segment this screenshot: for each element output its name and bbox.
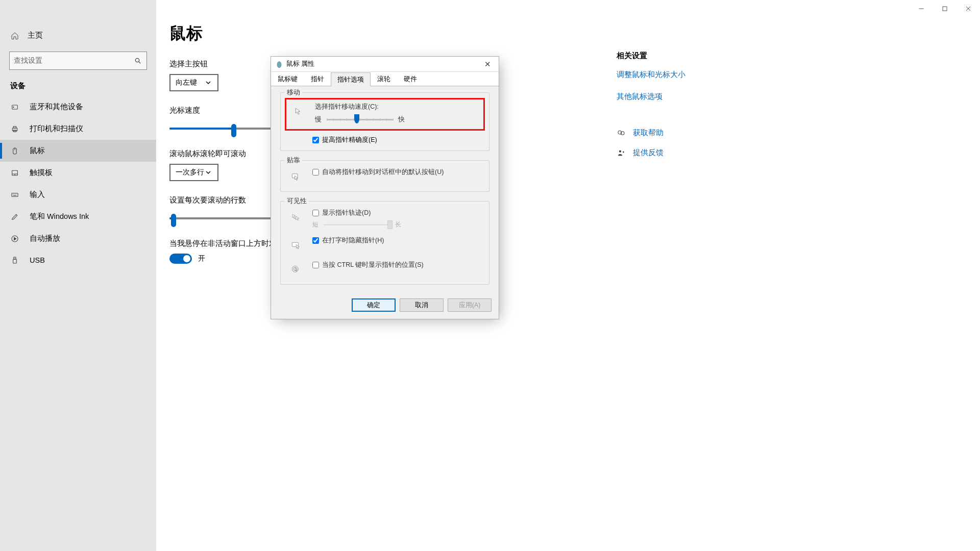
pointer-trails-long: 长 [395, 220, 401, 229]
sidebar-item-label: 笔和 Windows Ink [30, 212, 89, 221]
bluetooth-icon [10, 103, 19, 112]
svg-rect-5 [13, 126, 16, 128]
group-visibility: 可见性 显示指针轨迹(D) 短 长 [280, 201, 489, 285]
dialog-tab-3[interactable]: 滚轮 [371, 72, 397, 86]
group-snap-to: 贴靠 自动将指针移动到对话框中的默认按钮(U) [280, 160, 489, 192]
highlight-pointer-speed: 选择指针移动速度(C): 慢 快 [285, 98, 485, 131]
feedback-icon [617, 148, 626, 158]
page-title: 鼠标 [169, 22, 980, 45]
pointer-trails-checkbox[interactable]: 显示指针轨迹(D) [312, 209, 483, 217]
mouse-dialog-icon [275, 60, 283, 68]
dialog-titlebar[interactable]: 鼠标 属性 ✕ [271, 57, 499, 72]
cursor-speed-slider[interactable] [169, 120, 274, 137]
pointer-speed-slider[interactable]: 慢 快 [315, 115, 478, 124]
sidebar-item-label: 鼠标 [30, 146, 45, 156]
ctrl-locate-checkbox[interactable]: 当按 CTRL 键时显示指针的位置(S) [312, 261, 483, 269]
sidebar-item-touchpad[interactable]: 触摸板 [0, 162, 156, 184]
hover-scroll-toggle[interactable] [169, 254, 192, 264]
dialog-tab-2[interactable]: 指针选项 [331, 72, 371, 86]
sidebar-item-usb[interactable]: USB [0, 249, 156, 271]
group-motion-legend: 移动 [285, 88, 302, 97]
pointer-speed-icon [289, 103, 307, 120]
nav-group-header: 设备 [0, 70, 156, 96]
dialog-cancel-button[interactable]: 取消 [400, 298, 444, 312]
related-settings-rail: 相关设置 调整鼠标和光标大小 其他鼠标选项 获取帮助 提供反馈 [617, 51, 749, 168]
give-feedback-label: 提供反馈 [633, 148, 664, 158]
pointer-speed-label: 选择指针移动速度(C): [315, 103, 478, 111]
svg-rect-12 [13, 259, 17, 263]
pointer-trails-slider: 短 长 [312, 220, 483, 229]
dialog-ok-button[interactable]: 确定 [352, 298, 396, 312]
pointer-trails-icon [287, 209, 304, 226]
svg-point-16 [277, 61, 281, 67]
sidebar-item-pen[interactable]: 笔和 Windows Ink [0, 206, 156, 228]
dialog-apply-button[interactable]: 应用(A) [448, 298, 492, 312]
pointer-speed-slow: 慢 [315, 115, 322, 124]
search-placeholder: 查找设置 [14, 56, 42, 65]
snap-to-checkbox[interactable]: 自动将指针移动到对话框中的默认按钮(U) [312, 168, 483, 177]
get-help-label: 获取帮助 [633, 128, 664, 138]
keyboard-icon [10, 190, 19, 199]
hover-scroll-state: 开 [198, 254, 205, 263]
chevron-down-icon [204, 79, 212, 87]
ctrl-locate-label: 当按 CTRL 键时显示指针的位置(S) [322, 261, 424, 269]
svg-point-1 [135, 58, 139, 62]
sidebar-item-mouse[interactable]: 鼠标 [0, 140, 156, 162]
snap-to-label: 自动将指针移动到对话框中的默认按钮(U) [322, 168, 444, 177]
pen-icon [10, 212, 19, 221]
dialog-tabs: 鼠标键指针指针选项滚轮硬件 [271, 72, 499, 86]
home-link[interactable]: 主页 [0, 26, 156, 45]
dialog-close-button[interactable]: ✕ [480, 60, 495, 69]
group-snap-legend: 贴靠 [285, 156, 302, 165]
hide-while-typing-icon [287, 236, 304, 254]
give-feedback-link[interactable]: 提供反馈 [617, 148, 749, 158]
scroll-mode-value: 一次多行 [176, 168, 204, 177]
lines-per-scroll-slider[interactable] [169, 210, 274, 227]
sidebar-item-label: 触摸板 [30, 168, 53, 178]
snap-to-icon [287, 168, 304, 185]
pointer-trails-short: 短 [312, 220, 318, 229]
dialog-tab-0[interactable]: 鼠标键 [271, 72, 304, 86]
pointer-trails-label: 显示指针轨迹(D) [322, 209, 371, 217]
sidebar-item-bluetooth[interactable]: 蓝牙和其他设备 [0, 96, 156, 118]
primary-button-dropdown[interactable]: 向左键 [169, 74, 218, 91]
svg-rect-9 [12, 193, 18, 196]
group-visibility-legend: 可见性 [285, 197, 309, 206]
related-settings-header: 相关设置 [617, 51, 749, 61]
dialog-title: 鼠标 属性 [286, 60, 314, 68]
mouse-properties-dialog: 鼠标 属性 ✕ 鼠标键指针指针选项滚轮硬件 移动 选择指针移动速度(C): 慢 [271, 56, 499, 319]
printer-icon [10, 124, 19, 134]
enhance-precision-label: 提高指针精确度(E) [322, 136, 377, 144]
hide-while-typing-checkbox[interactable]: 在打字时隐藏指针(H) [312, 236, 483, 245]
svg-point-3 [13, 107, 14, 107]
link-adjust-cursor-size[interactable]: 调整鼠标和光标大小 [617, 70, 749, 80]
link-additional-mouse-options[interactable]: 其他鼠标选项 [617, 92, 749, 102]
search-icon [133, 56, 142, 65]
sidebar-item-label: 蓝牙和其他设备 [30, 102, 83, 112]
sidebar-item-autoplay[interactable]: 自动播放 [0, 228, 156, 249]
primary-button-value: 向左键 [176, 78, 197, 87]
group-motion: 移动 选择指针移动速度(C): 慢 快 [280, 92, 489, 151]
usb-icon [10, 256, 19, 265]
help-icon [617, 129, 626, 138]
touchpad-icon [10, 168, 19, 178]
sidebar-item-label: 打印机和扫描仪 [30, 124, 83, 134]
sidebar-item-label: USB [30, 256, 45, 264]
sidebar-item-printer[interactable]: 打印机和扫描仪 [0, 118, 156, 140]
sidebar: 主页 查找设置 设备 蓝牙和其他设备打印机和扫描仪鼠标触摸板输入笔和 Windo… [0, 0, 156, 551]
get-help-link[interactable]: 获取帮助 [617, 128, 749, 138]
pointer-speed-fast: 快 [398, 115, 405, 124]
autoplay-icon [10, 234, 19, 243]
ctrl-locate-icon [287, 261, 304, 278]
dialog-tab-4[interactable]: 硬件 [397, 72, 424, 86]
hide-while-typing-label: 在打字时隐藏指针(H) [322, 236, 384, 245]
scroll-mode-dropdown[interactable]: 一次多行 [169, 164, 218, 181]
svg-point-15 [619, 150, 621, 152]
mouse-icon [10, 146, 19, 156]
sidebar-item-keyboard[interactable]: 输入 [0, 184, 156, 206]
enhance-precision-checkbox[interactable]: 提高指针精确度(E) [312, 136, 377, 144]
dialog-tab-1[interactable]: 指针 [304, 72, 331, 86]
sidebar-item-label: 自动播放 [30, 234, 60, 243]
search-input[interactable]: 查找设置 [9, 52, 147, 70]
home-icon [10, 31, 19, 40]
